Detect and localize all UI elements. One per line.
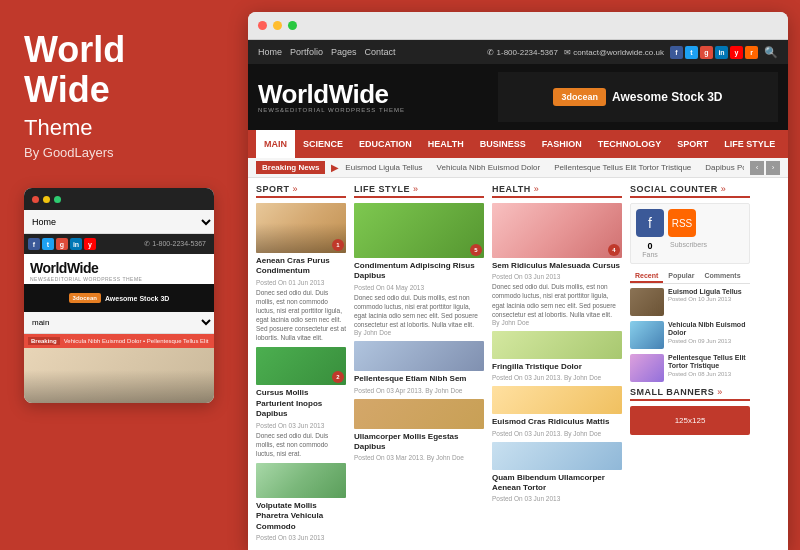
mobile-dot-red: [32, 196, 39, 203]
lifestyle-comment-1: 5: [470, 244, 482, 256]
ad-badge: 3docean: [553, 88, 606, 106]
mobile-nav2[interactable]: main: [24, 312, 214, 334]
topbar-pages[interactable]: Pages: [331, 47, 357, 57]
small-banners-title: Small Banners: [630, 387, 714, 397]
health-image-4: [492, 442, 622, 470]
small-banners-header: Small Banners »: [630, 387, 750, 401]
mobile-ticker: Breaking Vehicula Nibh Euismod Dolor • P…: [24, 334, 214, 348]
browser-dot-red[interactable]: [258, 21, 267, 30]
tab-recent[interactable]: Recent: [630, 270, 663, 283]
health-arrow: »: [534, 184, 539, 194]
browser-dot-yellow[interactable]: [273, 21, 282, 30]
health-article-1: 4 Sem Ridiculus Malesuada Cursus Posted …: [492, 203, 622, 326]
site-logo-wrap: WorldWide News&Editorial WordPress Theme: [258, 81, 405, 113]
mobile-google-icon: g: [56, 238, 68, 250]
sport-article-3: Volputate Mollis Pharetra Vehicula Commo…: [256, 463, 346, 541]
health-article-title-2: Fringilla Tristique Dolor: [492, 362, 622, 372]
sport-img-wrap-2: 2: [256, 347, 346, 385]
mobile-ad-text: Awesome Stock 3D: [105, 295, 169, 302]
topbar-facebook-icon[interactable]: f: [670, 46, 683, 59]
lifestyle-article-title-2: Pellentesque Etiam Nibh Sem: [354, 374, 484, 384]
health-img-wrap-1: 4: [492, 203, 622, 258]
tab-popular[interactable]: Popular: [663, 270, 699, 283]
sc-fb-count-wrap: 0 Fans: [636, 241, 664, 258]
topbar-contact[interactable]: Contact: [365, 47, 396, 57]
nav-science[interactable]: Science: [295, 130, 351, 158]
mobile-twitter-icon: t: [42, 238, 54, 250]
health-comment-1: 4: [608, 244, 620, 256]
topbar-twitter-icon[interactable]: t: [685, 46, 698, 59]
mobile-dot-yellow: [43, 196, 50, 203]
sc-rss-icon[interactable]: RSS: [668, 209, 696, 237]
topbar-search-icon[interactable]: 🔍: [764, 46, 778, 59]
mobile-logo: WorldWide: [30, 260, 208, 276]
mobile-social-bar: f t g in y ✆ 1-800-2234-5367: [24, 234, 214, 254]
bn-item-4: Dapibus Porta Ipsum Scelerisque: [705, 163, 744, 172]
health-image-3: [492, 386, 622, 414]
header-ad-banner: 3docean Awesome Stock 3D: [498, 72, 778, 122]
recent-title-3: Pellentesque Tellus Elit Tortor Tristiqu…: [668, 354, 750, 371]
health-article-meta-2: Posted On 03 Jun 2013. By John Doe: [492, 374, 622, 381]
bn-prev[interactable]: ‹: [750, 161, 764, 175]
topbar-linkedin-icon[interactable]: in: [715, 46, 728, 59]
mobile-ad-badge: 3docean: [69, 293, 101, 303]
recent-date-2: Posted On 09 Jun 2013: [668, 338, 750, 344]
health-article-4: Quam Bibendum Ullamcorper Aenean Tortor …: [492, 442, 622, 503]
site-logo-sub: News&Editorial WordPress Theme: [258, 107, 405, 113]
breaking-news-items: Euismod Ligula Tellus Vehicula Nibh Euis…: [345, 163, 744, 172]
recent-post-info-1: Euismod Ligula Tellus Posted On 10 Jun 2…: [668, 288, 742, 302]
sc-icons: f RSS: [636, 209, 744, 237]
mobile-logo-sub: News&Editorial WordPress Theme: [30, 276, 208, 282]
nav-fashion[interactable]: Fashion: [534, 130, 590, 158]
health-author-1: By John Doe: [492, 319, 622, 326]
nav-lifestyle[interactable]: Life Style: [716, 130, 783, 158]
health-article-title-1: Sem Ridiculus Malesuada Cursus: [492, 261, 622, 271]
nav-sport[interactable]: Sport: [669, 130, 716, 158]
bn-nav: ‹ ›: [750, 161, 780, 175]
sc-counts: 0 Fans Subscribers: [636, 241, 744, 258]
theme-by: By GoodLayers: [24, 145, 228, 160]
mobile-hero-image: [24, 348, 214, 403]
nav-bloglayout[interactable]: Blog Layout: [783, 130, 788, 158]
lifestyle-article-meta-2: Posted On 03 Apr 2013. By John Doe: [354, 387, 484, 394]
mobile-main-select[interactable]: main: [24, 317, 214, 328]
sc-fb-label: Fans: [636, 251, 664, 258]
topbar-google-icon[interactable]: g: [700, 46, 713, 59]
sport-section-header: Sport »: [256, 184, 346, 198]
bn-next[interactable]: ›: [766, 161, 780, 175]
health-article-excerpt-1: Donec sed odio dui. Duis mollis, est non…: [492, 282, 622, 318]
recent-post-info-3: Pellentesque Tellus Elit Tortor Tristiqu…: [668, 354, 750, 377]
nav-business[interactable]: Business: [472, 130, 534, 158]
mobile-logo-area: WorldWide News&Editorial WordPress Theme: [24, 254, 214, 284]
topbar-rss-icon[interactable]: r: [745, 46, 758, 59]
topbar-home[interactable]: Home: [258, 47, 282, 57]
lifestyle-article-meta-3: Posted On 03 Mar 2013. By John Doe: [354, 454, 484, 461]
sport-article-excerpt-1: Donec sed odio dui. Duis mollis, est non…: [256, 288, 346, 343]
sc-fb-count: 0: [636, 241, 664, 251]
site-topbar: Home Portfolio Pages Contact ✆ 1-800-223…: [248, 40, 788, 64]
sport-article-meta-2: Posted On 03 Jun 2013: [256, 422, 346, 429]
social-icons-row: f t g in y r: [670, 46, 758, 59]
sport-arrow: »: [293, 184, 298, 194]
sport-article-meta-1: Posted On 01 Jun 2013: [256, 279, 346, 286]
mobile-youtube-icon: y: [84, 238, 96, 250]
browser-dot-green[interactable]: [288, 21, 297, 30]
nav-technology[interactable]: Technology: [590, 130, 670, 158]
nav-health[interactable]: Health: [420, 130, 472, 158]
nav-education[interactable]: Education: [351, 130, 420, 158]
lifestyle-article-3: Ullamcorper Mollis Egestas Dapibus Poste…: [354, 399, 484, 462]
sc-rss-count-wrap: Subscribers: [670, 241, 698, 258]
main-content-area: Sport » 1 Aenean Cras Purus Condimentum …: [248, 178, 788, 550]
topbar-youtube-icon[interactable]: y: [730, 46, 743, 59]
health-article-meta-4: Posted On 03 Jun 2013: [492, 495, 622, 502]
tab-comments[interactable]: Comments: [699, 270, 745, 283]
health-section-header: Health »: [492, 184, 622, 198]
bn-item-2: Vehicula Nibh Euismod Dolor: [437, 163, 541, 172]
mobile-home-select[interactable]: Home: [24, 216, 214, 228]
sport-article-1: 1 Aenean Cras Purus Condimentum Posted O…: [256, 203, 346, 342]
topbar-portfolio[interactable]: Portfolio: [290, 47, 323, 57]
mobile-nav-select[interactable]: Home: [24, 210, 214, 234]
sc-facebook-icon[interactable]: f: [636, 209, 664, 237]
nav-main[interactable]: Main: [256, 130, 295, 158]
recent-tabs: Recent Popular Comments: [630, 270, 750, 284]
